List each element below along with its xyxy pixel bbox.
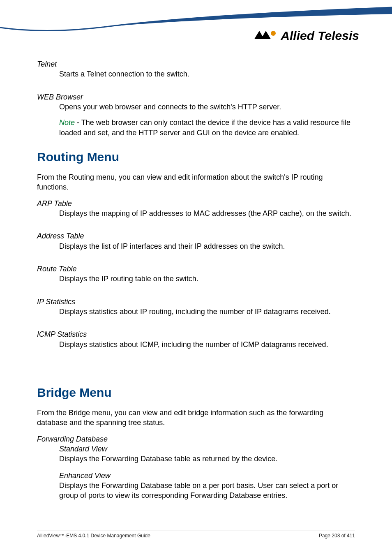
web-note: Note - The web browser can only contact …: [59, 118, 355, 138]
bridge-intro: From the Bridge menu, you can view and e…: [37, 408, 355, 428]
routing-menu-title: Routing Menu: [37, 150, 355, 164]
header-swoosh: [0, 0, 392, 53]
web-body: Opens your web browser and connects to t…: [59, 102, 355, 112]
routing-intro: From the Routing menu, you can view and …: [37, 172, 355, 192]
bridge-menu-title: Bridge Menu: [37, 386, 355, 400]
brand-mark-icon: [254, 29, 277, 42]
brand-name: Allied Telesis: [281, 29, 359, 43]
icmp-stats-heading: ICMP Statistics: [37, 330, 355, 339]
icmp-stats-body: Displays statistics about ICMP, includin…: [59, 340, 355, 349]
address-table-body: Displays the list of IP interfaces and t…: [59, 241, 355, 251]
fdb-enhanced-view-label: Enhanced View: [59, 471, 355, 481]
arp-table-heading: ARP Table: [37, 199, 355, 208]
svg-marker-1: [261, 31, 271, 39]
footer-page-number: Page 203 of 411: [319, 533, 355, 539]
arp-table-body: Displays the mapping of IP addresses to …: [59, 208, 355, 218]
fdb-heading: Forwarding Database: [37, 435, 355, 444]
note-label: Note: [59, 118, 75, 127]
fdb-enhanced-view-body: Displays the Forwarding Database table o…: [59, 481, 355, 501]
note-body: - The web browser can only contact the d…: [59, 118, 350, 136]
brand-logo: Allied Telesis: [254, 29, 359, 43]
telnet-body: Starts a Telnet connection to the switch…: [59, 69, 355, 79]
telnet-heading: Telnet: [37, 60, 355, 69]
svg-point-2: [271, 31, 276, 36]
footer-divider: [37, 530, 355, 530]
fdb-standard-view-body: Displays the Forwarding Database table a…: [59, 454, 355, 464]
route-table-body: Displays the IP routing table on the swi…: [59, 274, 355, 284]
web-heading: WEB Browser: [37, 92, 355, 102]
route-table-heading: Route Table: [37, 264, 355, 274]
footer-doc-title: AlliedView™-EMS 4.0.1 Device Management …: [37, 533, 150, 539]
ip-stats-heading: IP Statistics: [37, 297, 355, 307]
ip-stats-body: Displays statistics about IP routing, in…: [59, 307, 355, 317]
fdb-standard-view-label: Standard View: [59, 444, 355, 454]
page-footer: AlliedView™-EMS 4.0.1 Device Management …: [37, 530, 355, 539]
address-table-heading: Address Table: [37, 231, 355, 241]
